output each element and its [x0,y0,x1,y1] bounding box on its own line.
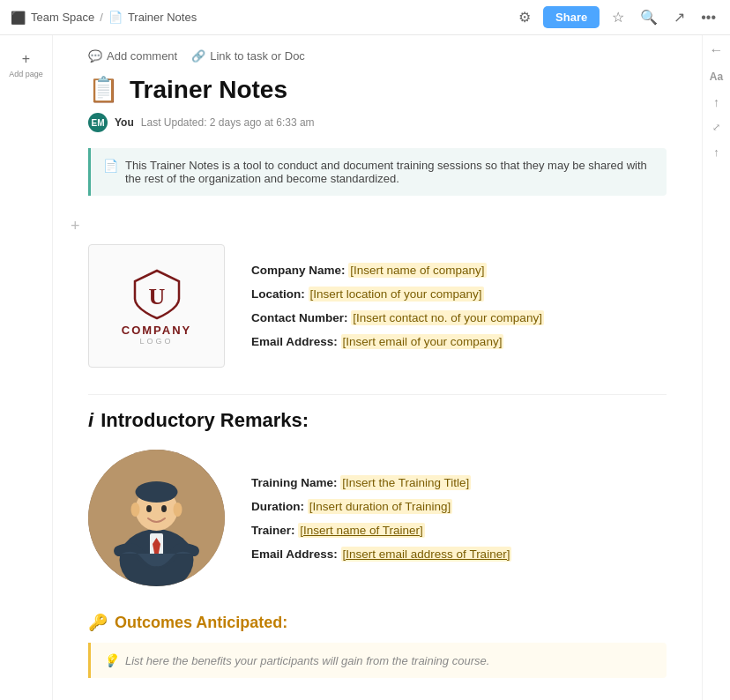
topbar: ⬛ Team Space / 📄 Trainer Notes ⚙ Share ☆… [0,0,730,35]
meta-updated: Last Updated: 2 days ago at 6:33 am [141,116,315,129]
outcomes-placeholder[interactable]: List here the benefits your participants… [125,654,489,667]
page-title-icon: 📋 [88,75,119,104]
company-logo-sub: LOGO [139,337,173,346]
workspace-label[interactable]: Team Space [31,11,94,24]
trainer-info: Training Name: [Insert the Training Titl… [251,471,511,566]
more-icon[interactable]: ••• [697,6,719,29]
topbar-actions: ⚙ Share ☆ 🔍 ↗ ••• [515,5,719,29]
training-name-value[interactable]: [Insert the Training Title] [340,475,471,490]
training-name-label: Training Name: [251,476,338,489]
add-block-button[interactable]: + [71,217,80,235]
company-contact-value[interactable]: [Insert contact no. of your company] [351,310,544,325]
trainer-name-value[interactable]: [Insert name of Trainer] [298,523,425,538]
text-size-icon[interactable]: Aa [710,71,723,83]
outcomes-heading: 🔑 Outcomes Anticipated: [88,613,667,632]
page-title: Trainer Notes [130,76,287,104]
meta-author: You [115,116,134,129]
bulb-icon: 💡 [103,653,118,667]
company-name-label: Company Name: [251,264,346,277]
company-name-row: Company Name: [Insert name of company] [251,258,544,282]
left-sidebar: + Add page [0,35,53,700]
breadcrumb-sep: / [100,11,103,24]
upload-icon[interactable]: ↑ [713,95,719,109]
company-contact-row: Contact Number: [Insert contact no. of y… [251,306,544,330]
company-contact-label: Contact Number: [251,311,348,324]
company-logo-svg: U [126,267,188,320]
trainer-name-row: Trainer: [Insert name of Trainer] [251,518,511,542]
add-page-button[interactable]: + Add page [5,46,47,84]
trainer-card: Training Name: [Insert the Training Titl… [88,450,667,586]
company-card: U COMPANY LOGO Company Name: [Insert nam… [88,244,667,368]
expand-icon[interactable]: ⤢ [712,122,720,133]
company-name-value[interactable]: [Insert name of company] [348,263,486,278]
trainer-email-label: Email Address: [251,547,338,561]
section-intro-heading: i Introductory Remarks: [88,409,667,432]
add-page-label: Add page [9,70,43,78]
workspace-icon: ⬛ [11,11,26,25]
svg-point-6 [136,481,178,503]
add-comment-button[interactable]: 💬 Add comment [88,49,177,63]
outcomes-heading-text: Outcomes Anticipated: [115,614,287,632]
link-task-button[interactable]: 🔗 Link to task or Doc [191,49,305,63]
trainer-photo-svg [88,450,225,586]
share-button[interactable]: Share [543,6,600,28]
add-page-icon: + [22,51,30,67]
add-comment-label: Add comment [107,49,177,63]
svg-text:U: U [148,284,165,309]
doc-icon: 📄 [108,11,123,24]
company-logo-text: COMPANY [122,324,191,337]
duration-label: Duration: [251,500,304,513]
outcomes-box: 💡 List here the benefits your participan… [88,643,667,678]
trainer-email-value[interactable]: [Insert email address of Trainer] [341,547,512,562]
company-email-row: Email Address: [Insert email of your com… [251,330,544,354]
search-icon[interactable]: 🔍 [637,5,661,29]
svg-point-8 [174,503,182,517]
right-sidebar: ← Aa ↑ ⤢ ↑ [702,35,730,700]
meta-row: EM You Last Updated: 2 days ago at 6:33 … [88,113,667,132]
main-content: 💬 Add comment 🔗 Link to task or Doc 📋 Tr… [53,35,702,700]
trainer-label: Trainer: [251,524,295,537]
company-location-label: Location: [251,287,305,301]
export-icon[interactable]: ↗ [670,5,689,29]
trainer-email-row: Email Address: [Insert email address of … [251,542,511,566]
back-icon[interactable]: ← [710,42,724,58]
main-layout: + Add page 💬 Add comment 🔗 Link to task … [0,35,730,700]
intro-icon: i [88,409,93,432]
avatar: EM [88,113,108,132]
info-box-text: This Trainer Notes is a tool to conduct … [125,159,654,185]
divider [88,394,667,395]
svg-point-7 [131,503,140,517]
svg-point-9 [146,505,152,512]
svg-point-10 [161,505,167,512]
star-icon[interactable]: ☆ [608,5,628,29]
duration-value[interactable]: [Insert duration of Training] [308,499,453,514]
info-box: 📄 This Trainer Notes is a tool to conduc… [88,148,667,196]
settings-icon[interactable]: ⚙ [515,5,534,29]
duration-row: Duration: [Insert duration of Training] [251,495,511,518]
add-row: + [88,217,667,235]
page-title-row: 📋 Trainer Notes [88,75,667,104]
outcomes-icon: 🔑 [88,613,108,632]
breadcrumb: ⬛ Team Space / 📄 Trainer Notes [11,11,197,25]
toolbar-row: 💬 Add comment 🔗 Link to task or Doc [88,49,667,63]
company-email-label: Email Address: [251,335,338,348]
company-logo-box: U COMPANY LOGO [88,244,225,368]
doc-title-breadcrumb[interactable]: Trainer Notes [128,11,197,24]
company-location-row: Location: [Insert location of your compa… [251,282,544,306]
company-info: Company Name: [Insert name of company] L… [251,258,544,354]
company-email-value[interactable]: [Insert email of your company] [341,334,504,349]
trainer-photo [88,450,225,586]
intro-heading-text: Introductory Remarks: [101,409,309,432]
link-task-label: Link to task or Doc [210,49,305,63]
training-name-row: Training Name: [Insert the Training Titl… [251,471,511,495]
info-icon: 📄 [103,159,118,173]
company-location-value[interactable]: [Insert location of your company] [309,287,484,302]
comment-icon: 💬 [88,49,102,63]
link-icon: 🔗 [191,49,205,63]
share-icon[interactable]: ↑ [713,145,719,159]
